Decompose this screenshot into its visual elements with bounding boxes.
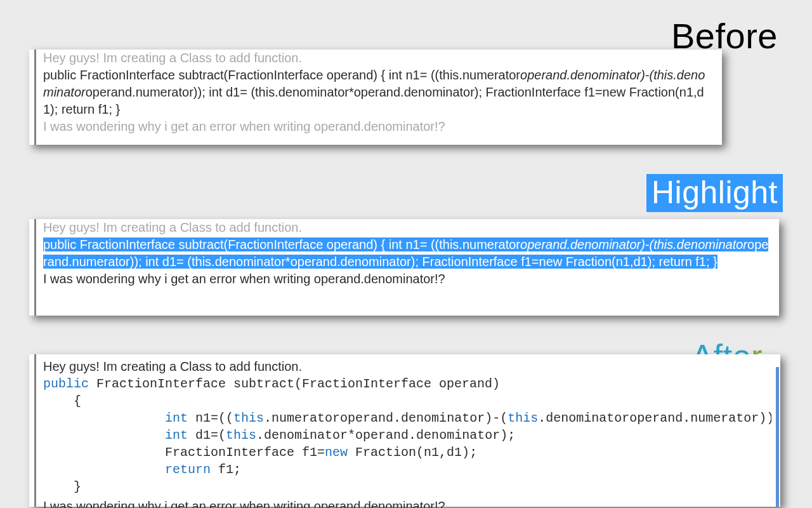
code-text: public FractionInterface subtract(Fracti… bbox=[43, 68, 520, 82]
kw-this: this bbox=[508, 411, 538, 425]
code-text: .denominator*operand.denominator); bbox=[256, 428, 515, 443]
highlight-panel: Hey guys! Im creating a Class to add fun… bbox=[29, 219, 779, 316]
before-code[interactable]: public FractionInterface subtract(Fracti… bbox=[43, 67, 713, 118]
code-text: Fraction(n1,d1); bbox=[348, 445, 477, 460]
kw-return: return bbox=[165, 462, 211, 477]
code-text bbox=[43, 462, 165, 477]
code-text: n1=(( bbox=[188, 411, 233, 425]
after-panel: Hey guys! Im creating a Class to add fun… bbox=[29, 354, 780, 507]
quote-bar bbox=[34, 219, 36, 316]
before-panel: Hey guys! Im creating a Class to add fun… bbox=[29, 50, 722, 145]
code-text: { bbox=[43, 394, 81, 408]
code-text: public FractionInterface subtract(Fracti… bbox=[43, 237, 520, 251]
code-text: d1=( bbox=[188, 428, 226, 443]
code-text bbox=[43, 428, 165, 443]
scrollbar[interactable] bbox=[776, 367, 779, 507]
intro-text: Hey guys! Im creating a Class to add fun… bbox=[43, 50, 713, 67]
code-text-italic: operand.denominator)-(this.denominator bbox=[520, 237, 747, 251]
code-text: .numeratoroperand.denominator)-( bbox=[264, 411, 508, 425]
outro-text: I was wondering why i get an error when … bbox=[43, 118, 713, 135]
selected-code: public FractionInterface subtract(Fracti… bbox=[43, 237, 768, 269]
code-text: f1; bbox=[211, 462, 241, 477]
code-text: .denominatoroperand.numerator)); bbox=[538, 411, 771, 425]
kw-this: this bbox=[226, 428, 256, 443]
quote-bar bbox=[34, 354, 36, 507]
kw-this: this bbox=[233, 411, 264, 425]
highlight-code[interactable]: public FractionInterface subtract(Fracti… bbox=[43, 236, 770, 271]
outro-text: I was wondering why i get an error when … bbox=[43, 271, 770, 288]
code-text: FractionInterface f1= bbox=[43, 445, 325, 460]
code-text: operand.numerator)); int d1= (this.denom… bbox=[43, 85, 704, 116]
code-text: FractionInterface subtract(FractionInter… bbox=[89, 377, 500, 391]
code-text: } bbox=[43, 479, 81, 494]
kw-new: new bbox=[325, 445, 348, 460]
code-text bbox=[43, 411, 165, 425]
kw-public: public bbox=[43, 377, 89, 391]
kw-int: int bbox=[165, 411, 188, 425]
intro-text: Hey guys! Im creating a Class to add fun… bbox=[43, 219, 770, 236]
after-code[interactable]: public FractionInterface subtract(Fracti… bbox=[43, 375, 771, 495]
quote-bar bbox=[34, 50, 36, 145]
label-highlight: Highlight bbox=[646, 174, 783, 212]
outro-text: I was wondering why i get an error when … bbox=[43, 498, 771, 508]
kw-int: int bbox=[165, 428, 188, 443]
intro-text: Hey guys! Im creating a Class to add fun… bbox=[43, 358, 771, 375]
